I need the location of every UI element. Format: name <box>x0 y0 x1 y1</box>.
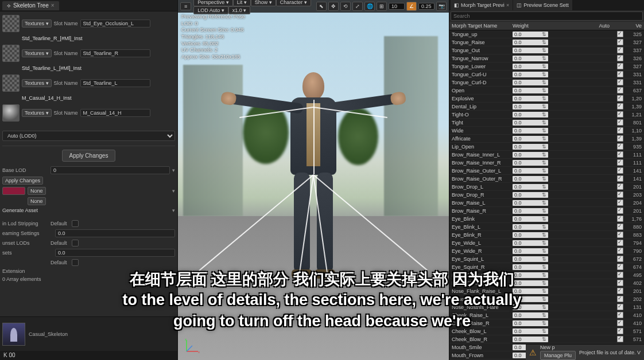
morph-target-row[interactable]: Eye_Wide_L 0.0⇅ 794 <box>449 239 644 247</box>
material-thumbnail[interactable] <box>2 15 20 32</box>
morph-auto-checkbox[interactable] <box>617 328 623 334</box>
slot-name-field[interactable] <box>80 49 150 57</box>
material-slot-row[interactable]: Textures ▾ Slot Name <box>2 14 175 33</box>
morph-auto-checkbox[interactable] <box>617 127 623 134</box>
morph-weight-field[interactable]: 0.0⇅ <box>513 320 548 326</box>
morph-target-row[interactable]: Explosive 0.0⇅ 1,20 <box>449 95 644 103</box>
detail-field[interactable] <box>55 229 175 237</box>
none-button-1[interactable]: None <box>28 187 46 195</box>
textures-button[interactable]: Textures ▾ <box>22 109 52 117</box>
textures-button[interactable]: Textures ▾ <box>22 19 52 28</box>
chevron-down-icon[interactable]: ▾ <box>172 188 175 194</box>
morph-auto-checkbox[interactable] <box>617 143 623 150</box>
morph-target-row[interactable]: Cheek_Raise_R 0.0⇅ 410 <box>449 319 644 327</box>
close-icon[interactable]: × <box>51 2 55 9</box>
morph-weight-field[interactable]: 0.0⇅ <box>513 136 548 142</box>
morph-target-row[interactable]: Brow_Raise_Inner_R 0.0⇅ 111 <box>449 159 644 167</box>
morph-auto-checkbox[interactable] <box>617 288 623 294</box>
grid-snap-icon[interactable]: ⊞ <box>377 2 387 11</box>
viewport-lit-button[interactable]: Lit ▾ <box>233 0 251 6</box>
rotate-icon[interactable]: ⟲ <box>340 2 351 11</box>
morph-auto-checkbox[interactable] <box>617 79 623 85</box>
morph-target-row[interactable]: Eye_Squint_R 0.0⇅ 674 <box>449 263 644 271</box>
header-verts[interactable]: Ve <box>627 23 644 29</box>
material-slot-row[interactable]: Textures ▾ Slot Name <box>2 44 175 63</box>
grid-snap-value[interactable] <box>389 3 405 10</box>
morph-target-row[interactable]: Cheek_Blow_L 0.0⇅ 571 <box>449 327 644 335</box>
slot-name-field[interactable] <box>80 109 150 117</box>
morph-weight-field[interactable]: 0.0⇅ <box>513 152 548 158</box>
morph-auto-checkbox[interactable] <box>617 320 623 326</box>
material-slot-row[interactable]: Textures ▾ Slot Name <box>2 73 175 93</box>
morph-auto-checkbox[interactable] <box>617 47 623 53</box>
morph-auto-checkbox[interactable] <box>617 208 623 214</box>
color-swatch[interactable] <box>2 187 25 195</box>
morph-auto-checkbox[interactable] <box>617 312 623 318</box>
viewport-character-button[interactable]: Character ▾ <box>276 0 311 6</box>
morph-weight-field[interactable]: 0.0⇅ <box>513 312 548 318</box>
morph-auto-checkbox[interactable] <box>617 256 623 262</box>
textures-button[interactable]: Textures ▾ <box>22 49 52 57</box>
morph-auto-checkbox[interactable] <box>617 159 623 166</box>
morph-target-row[interactable]: Nose_Scrunch 0.0⇅ 495 <box>449 271 644 279</box>
morph-weight-field[interactable]: 0.0⇅ <box>513 144 548 150</box>
manage-plugins-button[interactable]: Manage Plu <box>540 351 576 360</box>
detail-checkbox[interactable] <box>72 259 79 266</box>
morph-weight-field[interactable]: 0.0⇅ <box>513 96 548 101</box>
tab-skeleton-tree[interactable]: ⟡ Skeleton Tree × <box>2 1 59 10</box>
morph-target-list[interactable]: Tongue_up 0.0⇅ 325Tongue_Raise 0.0⇅ 327T… <box>449 30 644 360</box>
header-auto[interactable]: Auto <box>553 23 627 29</box>
vp-menu-icon[interactable]: ≡ <box>180 2 191 10</box>
morph-auto-checkbox[interactable] <box>617 216 623 222</box>
morph-search-input[interactable] <box>451 11 643 21</box>
slot-name-field[interactable] <box>80 19 150 28</box>
morph-weight-field[interactable]: 0.0⇅ <box>513 80 548 85</box>
morph-auto-checkbox[interactable] <box>617 232 623 238</box>
scale-icon[interactable]: ⤢ <box>352 2 363 11</box>
morph-auto-checkbox[interactable] <box>617 111 623 118</box>
morph-weight-field[interactable]: 0.0⇅ <box>513 160 548 166</box>
morph-weight-field[interactable]: 0.0⇅ <box>513 336 548 342</box>
morph-target-row[interactable]: Brow_Raise_R 0.0⇅ 201 <box>449 207 644 215</box>
morph-auto-checkbox[interactable] <box>617 175 623 182</box>
morph-auto-checkbox[interactable] <box>617 224 623 230</box>
morph-target-row[interactable]: Lip_Open 0.0⇅ 935 <box>449 143 644 151</box>
globe-icon[interactable]: 🌐 <box>364 2 375 11</box>
morph-weight-field[interactable]: 0.0⇅ <box>513 208 548 214</box>
morph-auto-checkbox[interactable] <box>617 248 623 254</box>
morph-weight-field[interactable]: 0.0⇅ <box>513 224 548 230</box>
material-slot-row[interactable]: Textures ▾ Slot Name <box>2 103 175 123</box>
material-thumbnail[interactable] <box>2 104 20 122</box>
detail-checkbox[interactable] <box>72 220 79 227</box>
morph-auto-checkbox[interactable] <box>617 63 623 69</box>
morph-auto-checkbox[interactable] <box>617 304 623 310</box>
morph-auto-checkbox[interactable] <box>617 183 623 190</box>
morph-target-row[interactable]: Brow_Raise_Inner_L 0.0⇅ 111 <box>449 151 644 159</box>
material-thumbnail[interactable] <box>2 75 20 92</box>
morph-weight-field[interactable]: 0.0⇅ <box>513 288 548 294</box>
morph-weight-field[interactable]: 0.0⇅ <box>513 272 548 278</box>
morph-target-row[interactable]: Tongue_Raise 0.0⇅ 327 <box>449 38 644 46</box>
morph-target-row[interactable]: Brow_Drop_L 0.0⇅ 201 <box>449 183 644 191</box>
morph-auto-checkbox[interactable] <box>617 119 623 126</box>
morph-target-row[interactable]: Nose_Flanks_Raise 0.0⇅ 402 <box>449 279 644 287</box>
morph-auto-checkbox[interactable] <box>617 39 623 45</box>
morph-auto-checkbox[interactable] <box>617 240 623 246</box>
character-mesh[interactable] <box>233 72 394 290</box>
morph-target-row[interactable]: Brow_Drop_R 0.0⇅ 203 <box>449 191 644 199</box>
camera-speed-icon[interactable]: 📷 <box>436 2 447 11</box>
header-weight[interactable]: Weight <box>513 23 553 29</box>
morph-target-row[interactable]: Eye_Squint_L 0.0⇅ 672 <box>449 255 644 263</box>
morph-weight-field[interactable]: 0.0⇅ <box>513 264 548 270</box>
viewport-3d[interactable]: Previewing Reference PoseLOD: 0Current S… <box>178 0 449 360</box>
morph-weight-field[interactable]: 0.0⇅ <box>513 112 548 118</box>
scale-snap-value[interactable] <box>418 3 434 10</box>
material-thumbnail[interactable] <box>2 45 20 62</box>
morph-auto-checkbox[interactable] <box>617 71 623 77</box>
morph-weight-field[interactable]: 0.0⇅ <box>513 168 548 174</box>
morph-auto-checkbox[interactable] <box>617 31 623 37</box>
morph-target-row[interactable]: Brow_Raise_Outer_R 0.0⇅ 141 <box>449 175 644 183</box>
morph-auto-checkbox[interactable] <box>617 296 623 302</box>
detail-checkbox[interactable] <box>72 240 79 246</box>
textures-button[interactable]: Textures ▾ <box>22 79 52 87</box>
